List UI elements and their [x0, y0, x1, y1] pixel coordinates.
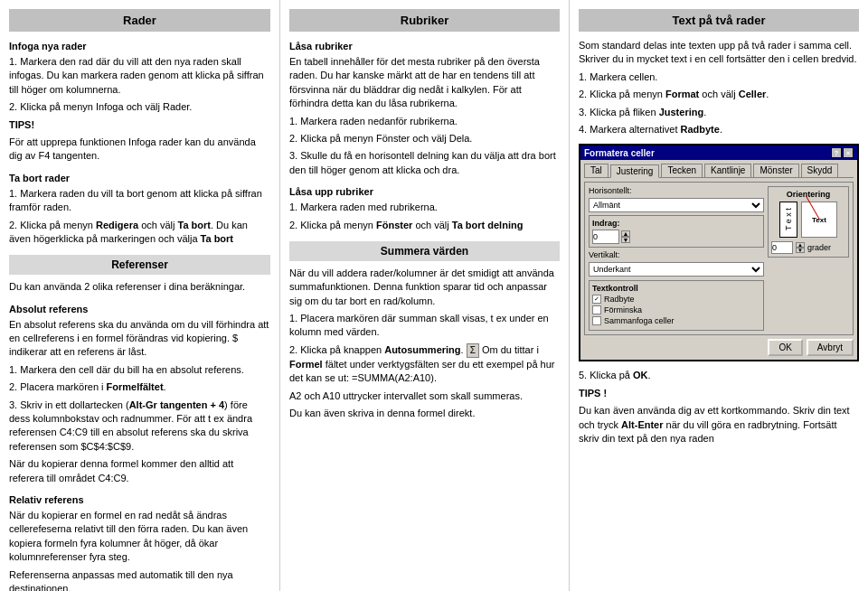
relativ-title: Relativ referens [9, 494, 270, 505]
dialog-title: Formatera celler [584, 148, 655, 158]
dialog-left-panel: Horisontellt: Allmänt Indrag: [589, 186, 764, 331]
tab-tal[interactable]: Tal [584, 164, 609, 177]
absolut-title: Absolut referens [9, 304, 270, 314]
tips2-label: TIPS ! [579, 387, 859, 400]
step5: 5. Klicka på OK. [579, 369, 859, 382]
radbyte-checkbox[interactable]: ✓ [592, 295, 601, 304]
indrag-up[interactable]: ▲ [621, 230, 630, 237]
right-column: Text på två rader Som standard delas int… [570, 0, 868, 591]
degrees-row: ▲ ▼ grader [771, 241, 845, 254]
infoga-p1: 1. Markera den rad där du vill att den n… [9, 55, 270, 97]
cancel-button[interactable]: Avbryt [807, 339, 854, 356]
degrees-input[interactable] [771, 241, 793, 254]
orientation-box: Orientering T e x t Text [768, 186, 849, 258]
dialog-inner: Horisontellt: Allmänt Indrag: [584, 182, 854, 335]
degrees-down[interactable]: ▼ [796, 248, 805, 253]
tips-label-1: TIPS! [9, 119, 34, 130]
formatera-celler-dialog[interactable]: Formatera celler ? × Tal Justering Tecke… [579, 144, 859, 361]
vertikal-select-row: Underkant [589, 262, 764, 277]
indrag-spinners: ▲ ▼ [621, 230, 630, 243]
left-column: Rader Infoga nya rader 1. Markera den ra… [0, 0, 280, 591]
dialog-content: Tal Justering Tecken Kantlinje Mönster S… [580, 160, 857, 360]
tab-monster[interactable]: Mönster [753, 164, 798, 177]
referencer-intro: Du kan använda 2 olika referenser i dina… [9, 280, 270, 294]
summera-item3: A2 och A10 uttrycker intervallet som ska… [289, 389, 560, 403]
text-vertical: T e x t [779, 202, 797, 238]
horisontell-label: Horisontellt: [589, 186, 638, 195]
lasa-upp-item1: 1. Markera raden med rubrikerna. [289, 201, 560, 214]
lasa-upp-section: Låsa upp rubriker 1. Markera raden med r… [289, 186, 560, 232]
lasa-p1: En tabell innehåller för det mesta rubri… [289, 55, 560, 111]
vertikal-label: Vertikalt: [589, 250, 638, 259]
indrag-label: Indrag: [592, 219, 760, 228]
degrees-spinners: ▲ ▼ [796, 242, 805, 253]
radbyte-row: ✓ Radbyte [592, 295, 760, 304]
sigma-symbol: Σ [467, 343, 479, 358]
horisontell-select[interactable]: Allmänt [589, 198, 764, 212]
sammanfoga-row: Sammanfoga celler [592, 316, 760, 325]
forminska-row: Förminska [592, 305, 760, 314]
infoga-p2: 2. Klicka på menyn Infoga och välj Rader… [9, 100, 270, 114]
tabort-p2: 2. Klicka på menyn Redigera och välj Ta … [9, 219, 270, 247]
page-container: Rader Infoga nya rader 1. Markera den ra… [0, 0, 868, 591]
dialog-buttons-row: OK Avbryt [584, 339, 854, 356]
indrag-section: Indrag: ▲ ▼ [589, 215, 764, 248]
radbyte-label: Radbyte [604, 295, 635, 304]
vertikal-select[interactable]: Underkant [589, 262, 764, 277]
tab-kantlinje[interactable]: Kantlinje [704, 164, 751, 177]
absolut-item3: 3. Skriv in ett dollartecken (Alt-Gr tan… [9, 399, 270, 455]
lasa-section: Låsa rubriker En tabell innehåller för d… [289, 41, 560, 177]
referencer-header: Referenser [9, 255, 270, 275]
absolut-item1: 1. Markera den cell där du bill ha en ab… [9, 363, 270, 377]
forminska-checkbox[interactable] [592, 305, 601, 314]
angle-dial[interactable]: Text [801, 202, 837, 238]
middle-column: Rubriker Låsa rubriker En tabell innehål… [280, 0, 570, 591]
right-p1: Som standard delas inte texten upp på tv… [579, 39, 859, 67]
tab-tecken[interactable]: Tecken [661, 164, 703, 177]
lasa-item1: 1. Markera raden nedanför rubrikerna. [289, 115, 560, 128]
lasa-item3: 3. Skulle du få en horisontell delning k… [289, 149, 560, 177]
left-column-header: Rader [9, 9, 270, 32]
right-item2: 2. Klicka på menyn Format och välj Celle… [579, 88, 859, 101]
orientation-label: Orientering [771, 190, 845, 199]
sammanfoga-checkbox[interactable] [592, 316, 601, 325]
summera-item4: Du kan även skriva in denna formel direk… [289, 407, 560, 420]
indrag-down[interactable]: ▼ [621, 237, 630, 243]
absolut-p1: En absolut referens ska du använda om du… [9, 318, 270, 360]
dialog-titlebar-buttons: ? × [831, 147, 854, 158]
indrag-input[interactable] [592, 230, 619, 244]
dialog-right-panel: Orientering T e x t Text [768, 186, 849, 331]
text-visual: T e x t Text [771, 202, 845, 238]
infoga-tips-label: TIPS! [9, 118, 270, 132]
right-item4: 4. Markera alternativet Radbyte. [579, 123, 859, 136]
tab-skydd[interactable]: Skydd [801, 164, 839, 177]
right-column-header: Text på två rader [579, 9, 859, 32]
tips-label-2: TIPS ! [579, 388, 607, 399]
lasa-item2: 2. Klicka på menyn Fönster och välj Dela… [289, 132, 560, 145]
horisontell-row: Horisontellt: [589, 186, 764, 195]
summera-section: När du vill addera rader/kolumner är det… [289, 267, 560, 421]
dialog-question-btn[interactable]: ? [831, 147, 842, 158]
summera-item1: 1. Placera markören där summan skall vis… [289, 312, 560, 340]
relativ-p1: När du kopierar en formel en rad nedåt s… [9, 509, 270, 565]
dialog-close-btn[interactable]: × [843, 147, 854, 158]
ok-button[interactable]: OK [768, 339, 802, 356]
referencer-section: Du kan använda 2 olika referenser i dina… [9, 280, 270, 591]
lasa-upp-title: Låsa upp rubriker [289, 186, 560, 197]
forminska-label: Förminska [604, 305, 642, 314]
lasa-title: Låsa rubriker [289, 41, 560, 52]
dialog-titlebar: Formatera celler ? × [580, 145, 857, 160]
summera-header: Summera värden [289, 241, 560, 261]
angle-control: Text [801, 202, 837, 238]
right-item3: 3. Klicka på fliken Justering. [579, 106, 859, 119]
tips2-text: Du kan även använda dig av ett kortkomma… [579, 404, 859, 446]
textkontroll-box: Textkontroll ✓ Radbyte Förminska [589, 280, 764, 331]
horisontell-select-row: Allmänt [589, 198, 764, 212]
summera-item2: 2. Klicka på knappen Autosummering. Σ Om… [289, 343, 560, 386]
summera-p1: När du vill addera rader/kolumner är det… [289, 267, 560, 308]
textkontroll-label: Textkontroll [592, 284, 760, 293]
sammanfoga-label: Sammanfoga celler [604, 316, 675, 325]
relativ-p2: Referenserna anpassas med automatik till… [9, 568, 270, 591]
infoga-tips-text: För att upprepa funktionen Infoga rader … [9, 136, 270, 164]
tab-justering[interactable]: Justering [610, 164, 660, 178]
